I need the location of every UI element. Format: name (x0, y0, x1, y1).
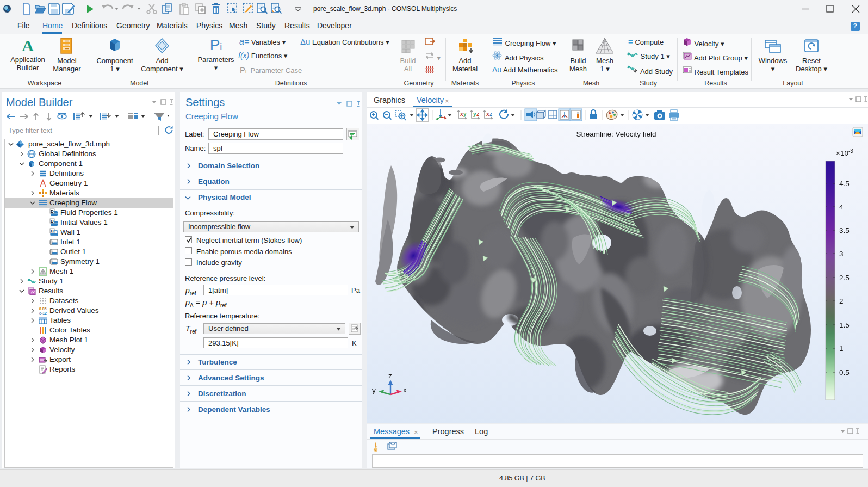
svg-text:1: 1 (839, 344, 844, 353)
svg-text:D: D (51, 209, 54, 214)
svg-text:x: x (403, 386, 407, 394)
svg-text:8.85: 8.85 (39, 307, 47, 311)
svg-text:2: 2 (839, 297, 844, 305)
svg-text:Streamline: Velocity field: Streamline: Velocity field (576, 130, 656, 138)
svg-text:0.5: 0.5 (839, 368, 850, 377)
svg-text:3.5: 3.5 (839, 226, 850, 235)
svg-text:e-12: e-12 (39, 311, 47, 315)
svg-text:y: y (463, 111, 467, 117)
svg-text:D: D (51, 219, 54, 224)
svg-text:3: 3 (839, 250, 844, 258)
svg-text:z: z (489, 111, 492, 117)
svg-text:z: z (388, 372, 392, 380)
svg-text:D: D (51, 229, 54, 233)
svg-text:2.5: 2.5 (839, 274, 850, 282)
svg-text:4.5: 4.5 (839, 180, 850, 188)
svg-text:1.5: 1.5 (839, 321, 850, 329)
svg-text:z: z (476, 111, 479, 117)
svg-text:y: y (372, 386, 376, 394)
svg-text:4: 4 (839, 203, 844, 211)
